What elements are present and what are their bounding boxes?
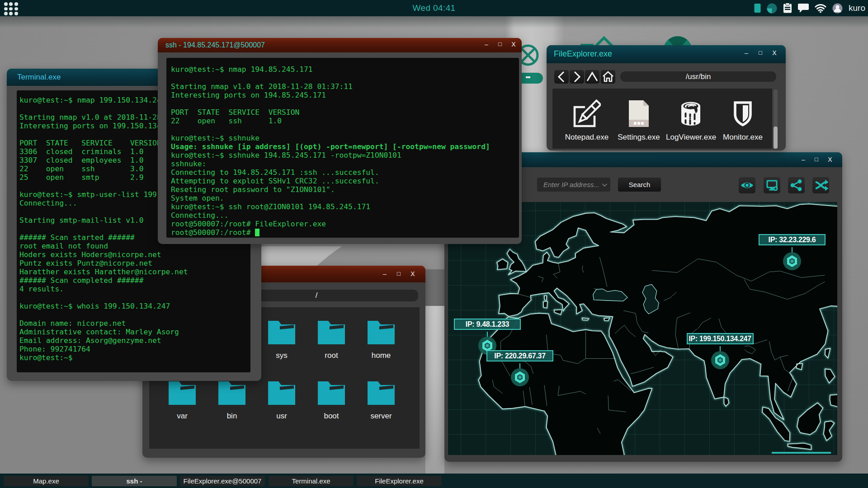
folder-label: server	[356, 412, 406, 421]
monitor-icon	[729, 99, 757, 127]
username: kuro	[849, 3, 865, 13]
minimize-button[interactable]: –	[481, 41, 491, 48]
cpu-usage-pie-icon	[767, 3, 777, 14]
terminal-line: 4 results.	[19, 285, 250, 293]
terminal-line	[19, 310, 250, 319]
maximize-button[interactable]: □	[811, 156, 821, 163]
terminal-line	[171, 99, 519, 108]
marker-ip-label: IP: 9.48.1.233	[454, 319, 521, 330]
close-button[interactable]: X	[825, 156, 835, 163]
map-window-controls: – □ X	[798, 156, 839, 165]
terminal-line: Email address: Asorg@genzyme.net	[19, 336, 250, 345]
file-label: Monitor.exe	[718, 133, 768, 142]
eye-button[interactable]	[739, 177, 755, 193]
terminal-line: Puntz exists Puntz@nicorpe.net	[19, 259, 250, 267]
folder-sys[interactable]: sys	[257, 320, 307, 360]
file-label: Settings.exe	[614, 133, 664, 142]
folder-icon	[317, 320, 345, 345]
user-avatar[interactable]	[832, 3, 843, 14]
map-zoom-slider[interactable]	[772, 452, 831, 454]
terminal-line: 22 open ssh 1.0	[171, 117, 519, 125]
scrollbar-thumb[interactable]	[774, 127, 778, 149]
chevron-down-icon	[602, 182, 607, 187]
eye-icon	[739, 177, 755, 193]
close-button[interactable]: X	[509, 41, 519, 48]
terminal-line	[19, 293, 250, 302]
nav-forward-button[interactable]	[570, 70, 584, 84]
folder-root[interactable]: root	[307, 320, 356, 360]
folder-icon	[268, 381, 296, 405]
file-LogViewer.exe[interactable]: LogViewer.exe	[666, 99, 716, 142]
nav-home-button[interactable]	[601, 70, 615, 84]
taskbar-item-terminal-exe[interactable]: Terminal.exe	[269, 476, 354, 486]
minimize-button[interactable]: –	[741, 49, 751, 56]
file-Notepad.exe[interactable]: Notepad.exe	[562, 99, 612, 142]
folder-label: usr	[257, 412, 307, 421]
file-Monitor.exe[interactable]: Monitor.exe	[718, 99, 768, 142]
file-Settings.exe[interactable]: Settings.exe	[614, 99, 664, 142]
terminal-line: Connecting to 194.85.245.171 :ssh ...suc…	[171, 168, 519, 177]
node-hexagon-icon[interactable]	[511, 368, 529, 386]
clipboard-icon[interactable]	[783, 3, 792, 14]
file-explorer-local-window[interactable]: FileExplorer.exe – □ X /usr/bin Notepad.…	[547, 45, 786, 150]
terminal-line: Connecting...	[171, 211, 519, 220]
add-monitor-icon	[764, 177, 780, 193]
settings-icon	[625, 99, 653, 127]
maximize-button[interactable]: □	[755, 49, 765, 56]
folder-icon	[168, 381, 196, 405]
share-button[interactable]	[788, 177, 805, 193]
taskbar-item-ssh[interactable]: ssh -	[92, 476, 177, 486]
terminal-line: Hoders exists Hoders@nicorpe.net	[19, 250, 250, 259]
file-label: Notepad.exe	[562, 133, 612, 142]
close-button[interactable]: X	[769, 49, 779, 56]
folder-server[interactable]: server	[356, 381, 406, 421]
folder-home[interactable]: home	[356, 320, 406, 360]
folder-var[interactable]: var	[157, 381, 207, 421]
minimize-button[interactable]: –	[380, 270, 390, 277]
search-button[interactable]: Search	[618, 178, 661, 192]
minimize-button[interactable]: –	[798, 156, 808, 163]
terminal-line: Attempting to exploit SSHv1 CRC32 ...suc…	[171, 177, 519, 185]
node-hexagon-icon[interactable]	[711, 351, 729, 369]
terminal-line: kuro@test:~$ nmap 194.85.245.171	[171, 65, 519, 74]
terminal-line: Usage: sshnuke [ip address] [(opt) -port…	[171, 142, 519, 151]
folder-usr[interactable]: usr	[257, 381, 307, 421]
terminal-line: Domain name: nicorpe.net	[19, 319, 250, 328]
map-marker[interactable]: IP: 199.150.134.247	[687, 333, 754, 371]
folder-label: bin	[207, 412, 257, 421]
terminal-line: Phone: 992741764	[19, 345, 250, 353]
address-bar[interactable]: /usr/bin	[620, 71, 776, 82]
close-button[interactable]: X	[408, 270, 418, 277]
marker-ip-label: IP: 32.23.229.6	[759, 234, 826, 245]
taskbar-item-map-exe[interactable]: Map.exe	[4, 476, 89, 486]
maximize-button[interactable]: □	[495, 41, 505, 47]
nav-back-button[interactable]	[554, 70, 569, 84]
marker-ip-label: IP: 199.150.134.247	[687, 333, 754, 344]
file-explorer-controls: – □ X	[741, 49, 787, 58]
nav-up-button[interactable]	[585, 70, 599, 84]
ssh-window[interactable]: ssh - 194.85.245.171@500007 – □ X kuro@t…	[158, 38, 522, 244]
node-hexagon-icon[interactable]	[783, 252, 801, 270]
wifi-icon[interactable]	[815, 4, 826, 13]
map-marker[interactable]: IP: 32.23.229.6	[759, 234, 826, 272]
scrollbar[interactable]	[774, 89, 778, 149]
taskbar-item-fileexplorer-exe[interactable]: FileExplorer.exe	[357, 476, 442, 486]
folder-boot[interactable]: boot	[307, 381, 356, 421]
terminal-line: sshnuke:	[171, 160, 519, 168]
shuffle-button[interactable]	[812, 177, 829, 193]
window-title: ssh - 194.85.245.171@500007	[165, 41, 265, 49]
ip-address-combobox[interactable]: Enter IP address...	[537, 178, 610, 192]
add-monitor-button[interactable]	[764, 177, 780, 193]
taskbar-item-fileexplorer-exe-500007[interactable]: FileExplorer.exe@500007	[180, 476, 265, 486]
map-marker[interactable]: IP: 220.29.67.37	[486, 350, 553, 388]
window-title: Terminal.exe	[17, 73, 61, 82]
terminal-line: Haratther exists Haratther@nicorpe.net	[19, 267, 250, 276]
ssh-window-controls: – □ X	[481, 41, 527, 50]
chat-icon[interactable]	[798, 3, 809, 13]
folder-label: home	[356, 351, 406, 360]
clock: Wed 04:41	[0, 0, 868, 16]
folder-bin[interactable]: bin	[207, 381, 257, 421]
ssh-terminal-output[interactable]: kuro@test:~$ nmap 194.85.245.171 Startin…	[166, 58, 519, 238]
ssh-titlebar[interactable]: ssh - 194.85.245.171@500007	[158, 38, 522, 52]
maximize-button[interactable]: □	[394, 270, 404, 277]
